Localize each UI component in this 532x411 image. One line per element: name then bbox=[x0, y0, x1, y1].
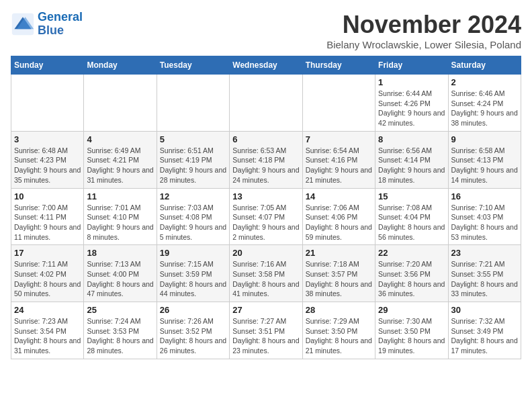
calendar-day-cell: 10Sunrise: 7:00 AM Sunset: 4:11 PM Dayli… bbox=[11, 188, 84, 245]
calendar-day-cell bbox=[84, 75, 157, 132]
day-info: Sunrise: 7:23 AM Sunset: 3:54 PM Dayligh… bbox=[14, 316, 81, 356]
day-info: Sunrise: 7:16 AM Sunset: 3:58 PM Dayligh… bbox=[232, 259, 299, 299]
day-number: 13 bbox=[232, 191, 299, 201]
calendar-day-cell: 25Sunrise: 7:24 AM Sunset: 3:53 PM Dayli… bbox=[84, 302, 157, 359]
day-info: Sunrise: 6:49 AM Sunset: 4:21 PM Dayligh… bbox=[87, 146, 153, 185]
month-title: November 2024 bbox=[326, 11, 521, 39]
day-info: Sunrise: 7:08 AM Sunset: 4:04 PM Dayligh… bbox=[378, 203, 445, 242]
weekday-header: Sunday bbox=[11, 56, 84, 75]
calendar-day-cell: 2Sunrise: 6:46 AM Sunset: 4:24 PM Daylig… bbox=[448, 75, 521, 132]
title-block: November 2024 Bielany Wroclawskie, Lower… bbox=[326, 11, 521, 50]
calendar-day-cell: 8Sunrise: 6:56 AM Sunset: 4:14 PM Daylig… bbox=[375, 131, 448, 188]
day-info: Sunrise: 6:56 AM Sunset: 4:14 PM Dayligh… bbox=[378, 146, 445, 185]
calendar: SundayMondayTuesdayWednesdayThursdayFrid… bbox=[11, 56, 521, 359]
calendar-day-cell: 23Sunrise: 7:21 AM Sunset: 3:55 PM Dayli… bbox=[448, 245, 521, 302]
calendar-day-cell: 7Sunrise: 6:54 AM Sunset: 4:16 PM Daylig… bbox=[302, 131, 375, 188]
day-number: 27 bbox=[232, 305, 299, 315]
calendar-day-cell: 6Sunrise: 6:53 AM Sunset: 4:18 PM Daylig… bbox=[230, 131, 302, 188]
calendar-week-row: 17Sunrise: 7:11 AM Sunset: 4:02 PM Dayli… bbox=[11, 245, 521, 302]
day-info: Sunrise: 7:29 AM Sunset: 3:50 PM Dayligh… bbox=[306, 316, 372, 356]
calendar-day-cell: 13Sunrise: 7:05 AM Sunset: 4:07 PM Dayli… bbox=[230, 188, 302, 245]
day-number: 24 bbox=[14, 305, 81, 315]
logo-line2: Blue bbox=[38, 24, 64, 37]
day-info: Sunrise: 6:53 AM Sunset: 4:18 PM Dayligh… bbox=[232, 146, 299, 185]
day-info: Sunrise: 7:18 AM Sunset: 3:57 PM Dayligh… bbox=[306, 259, 372, 299]
day-info: Sunrise: 6:48 AM Sunset: 4:23 PM Dayligh… bbox=[14, 146, 81, 185]
day-number: 6 bbox=[232, 134, 299, 144]
day-number: 22 bbox=[378, 248, 445, 258]
calendar-day-cell: 24Sunrise: 7:23 AM Sunset: 3:54 PM Dayli… bbox=[11, 302, 84, 359]
day-info: Sunrise: 7:00 AM Sunset: 4:11 PM Dayligh… bbox=[14, 203, 81, 242]
day-info: Sunrise: 6:44 AM Sunset: 4:26 PM Dayligh… bbox=[378, 89, 445, 128]
day-info: Sunrise: 6:46 AM Sunset: 4:24 PM Dayligh… bbox=[451, 89, 518, 128]
day-info: Sunrise: 7:21 AM Sunset: 3:55 PM Dayligh… bbox=[451, 259, 518, 299]
weekday-header: Wednesday bbox=[230, 56, 302, 75]
calendar-day-cell bbox=[11, 75, 84, 132]
day-number: 8 bbox=[378, 134, 445, 144]
logo-icon bbox=[11, 12, 35, 36]
calendar-day-cell: 21Sunrise: 7:18 AM Sunset: 3:57 PM Dayli… bbox=[302, 245, 375, 302]
day-number: 20 bbox=[232, 248, 299, 258]
day-number: 14 bbox=[306, 191, 372, 201]
day-number: 16 bbox=[451, 191, 518, 201]
weekday-header: Tuesday bbox=[157, 56, 229, 75]
calendar-week-row: 10Sunrise: 7:00 AM Sunset: 4:11 PM Dayli… bbox=[11, 188, 521, 245]
day-info: Sunrise: 6:58 AM Sunset: 4:13 PM Dayligh… bbox=[451, 146, 518, 185]
day-info: Sunrise: 7:10 AM Sunset: 4:03 PM Dayligh… bbox=[451, 203, 518, 242]
day-info: Sunrise: 7:03 AM Sunset: 4:08 PM Dayligh… bbox=[160, 203, 226, 242]
day-info: Sunrise: 7:32 AM Sunset: 3:49 PM Dayligh… bbox=[451, 316, 518, 356]
calendar-day-cell: 26Sunrise: 7:26 AM Sunset: 3:52 PM Dayli… bbox=[157, 302, 229, 359]
calendar-day-cell: 16Sunrise: 7:10 AM Sunset: 4:03 PM Dayli… bbox=[448, 188, 521, 245]
logo-text: General Blue bbox=[38, 11, 83, 38]
day-number: 26 bbox=[160, 305, 226, 315]
day-info: Sunrise: 7:05 AM Sunset: 4:07 PM Dayligh… bbox=[232, 203, 299, 242]
day-number: 5 bbox=[160, 134, 226, 144]
calendar-day-cell: 19Sunrise: 7:15 AM Sunset: 3:59 PM Dayli… bbox=[157, 245, 229, 302]
calendar-day-cell: 29Sunrise: 7:30 AM Sunset: 3:50 PM Dayli… bbox=[375, 302, 448, 359]
day-number: 3 bbox=[14, 134, 81, 144]
calendar-week-row: 24Sunrise: 7:23 AM Sunset: 3:54 PM Dayli… bbox=[11, 302, 521, 359]
day-number: 23 bbox=[451, 248, 518, 258]
day-info: Sunrise: 7:06 AM Sunset: 4:06 PM Dayligh… bbox=[306, 203, 372, 242]
calendar-day-cell: 28Sunrise: 7:29 AM Sunset: 3:50 PM Dayli… bbox=[302, 302, 375, 359]
calendar-day-cell bbox=[230, 75, 302, 132]
day-number: 15 bbox=[378, 191, 445, 201]
header: General Blue November 2024 Bielany Wrocl… bbox=[11, 11, 521, 50]
day-number: 30 bbox=[451, 305, 518, 315]
day-number: 25 bbox=[87, 305, 153, 315]
calendar-day-cell bbox=[157, 75, 229, 132]
weekday-header: Thursday bbox=[302, 56, 375, 75]
location-subtitle: Bielany Wroclawskie, Lower Silesia, Pola… bbox=[326, 39, 521, 50]
calendar-day-cell: 15Sunrise: 7:08 AM Sunset: 4:04 PM Dayli… bbox=[375, 188, 448, 245]
day-number: 28 bbox=[306, 305, 372, 315]
calendar-day-cell: 17Sunrise: 7:11 AM Sunset: 4:02 PM Dayli… bbox=[11, 245, 84, 302]
logo: General Blue bbox=[11, 11, 83, 38]
calendar-day-cell: 3Sunrise: 6:48 AM Sunset: 4:23 PM Daylig… bbox=[11, 131, 84, 188]
calendar-header-row: SundayMondayTuesdayWednesdayThursdayFrid… bbox=[11, 56, 521, 75]
calendar-day-cell: 27Sunrise: 7:27 AM Sunset: 3:51 PM Dayli… bbox=[230, 302, 302, 359]
calendar-day-cell: 1Sunrise: 6:44 AM Sunset: 4:26 PM Daylig… bbox=[375, 75, 448, 132]
calendar-day-cell: 9Sunrise: 6:58 AM Sunset: 4:13 PM Daylig… bbox=[448, 131, 521, 188]
calendar-day-cell: 18Sunrise: 7:13 AM Sunset: 4:00 PM Dayli… bbox=[84, 245, 157, 302]
day-info: Sunrise: 7:30 AM Sunset: 3:50 PM Dayligh… bbox=[378, 316, 445, 356]
day-number: 19 bbox=[160, 248, 226, 258]
day-info: Sunrise: 7:26 AM Sunset: 3:52 PM Dayligh… bbox=[160, 316, 226, 356]
day-info: Sunrise: 7:20 AM Sunset: 3:56 PM Dayligh… bbox=[378, 259, 445, 299]
day-info: Sunrise: 7:13 AM Sunset: 4:00 PM Dayligh… bbox=[87, 259, 153, 299]
weekday-header: Friday bbox=[375, 56, 448, 75]
calendar-day-cell: 30Sunrise: 7:32 AM Sunset: 3:49 PM Dayli… bbox=[448, 302, 521, 359]
day-number: 18 bbox=[87, 248, 153, 258]
day-number: 4 bbox=[87, 134, 153, 144]
calendar-day-cell: 14Sunrise: 7:06 AM Sunset: 4:06 PM Dayli… bbox=[302, 188, 375, 245]
day-info: Sunrise: 7:15 AM Sunset: 3:59 PM Dayligh… bbox=[160, 259, 226, 299]
day-number: 7 bbox=[306, 134, 372, 144]
day-number: 12 bbox=[160, 191, 226, 201]
day-number: 17 bbox=[14, 248, 81, 258]
day-number: 10 bbox=[14, 191, 81, 201]
calendar-day-cell: 11Sunrise: 7:01 AM Sunset: 4:10 PM Dayli… bbox=[84, 188, 157, 245]
calendar-day-cell bbox=[302, 75, 375, 132]
day-number: 29 bbox=[378, 305, 445, 315]
day-number: 11 bbox=[87, 191, 153, 201]
calendar-week-row: 1Sunrise: 6:44 AM Sunset: 4:26 PM Daylig… bbox=[11, 75, 521, 132]
day-number: 21 bbox=[306, 248, 372, 258]
